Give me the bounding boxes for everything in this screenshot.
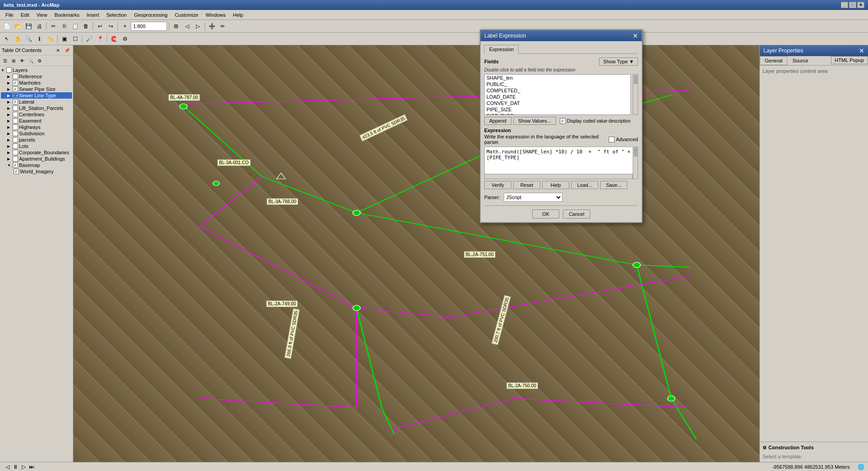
toc-search-btn[interactable]: 🔍 bbox=[27, 57, 35, 65]
easement-checkbox[interactable] bbox=[13, 118, 18, 124]
toc-options-btn[interactable]: ⚙ bbox=[35, 57, 43, 65]
toc-list-btn[interactable]: ☰ bbox=[1, 57, 9, 65]
help-button[interactable]: Help bbox=[542, 181, 569, 189]
toc-sewer-line-layer[interactable]: ▶ ✓ Sewer Line Type bbox=[1, 92, 72, 99]
close-button[interactable]: ✕ bbox=[857, 2, 864, 8]
toc-visible-btn[interactable]: 👁 bbox=[18, 57, 26, 65]
toc-sewer-pipe-layer[interactable]: ▶ Sewer Pipe Size bbox=[1, 86, 72, 92]
append-button[interactable]: Append bbox=[484, 117, 511, 125]
field-shape-len[interactable]: SHAPE_len bbox=[485, 75, 630, 81]
dialog-close-btn[interactable]: ✕ bbox=[633, 32, 638, 39]
menu-view[interactable]: View bbox=[33, 11, 51, 19]
print-btn[interactable]: 🖨 bbox=[34, 21, 44, 31]
toc-source-btn[interactable]: ⊞ bbox=[10, 57, 18, 65]
verify-button[interactable]: Verify bbox=[484, 181, 511, 189]
toc-centerlines-layer[interactable]: ▶ Centerlines bbox=[1, 111, 72, 118]
snapping-btn[interactable]: 🧲 bbox=[109, 34, 119, 44]
measure-btn[interactable]: 📏 bbox=[45, 34, 55, 44]
advanced-checkbox[interactable] bbox=[609, 137, 615, 143]
goto-btn[interactable]: 📍 bbox=[95, 34, 105, 44]
corporate-checkbox[interactable] bbox=[13, 150, 18, 155]
toc-highways-layer[interactable]: ▶ Highways bbox=[1, 124, 72, 130]
snap-settings-btn[interactable]: ⚙ bbox=[120, 34, 130, 44]
menu-help[interactable]: Help bbox=[229, 11, 247, 19]
tab-expression[interactable]: Expression bbox=[484, 45, 519, 54]
load-button[interactable]: Load... bbox=[571, 181, 598, 189]
status-back[interactable]: ◁ bbox=[4, 463, 11, 471]
apartments-checkbox[interactable] bbox=[13, 156, 18, 162]
show-type-button[interactable]: Show Type ▼ bbox=[599, 57, 638, 66]
tab-source[interactable]: Source bbox=[787, 56, 813, 65]
layer-props-close[interactable]: ✕ bbox=[859, 47, 864, 54]
copy-btn[interactable]: ⎘ bbox=[59, 21, 69, 31]
field-pipe-type[interactable]: PIPE_TYPE bbox=[485, 113, 630, 115]
prev-extent-btn[interactable]: ◁ bbox=[182, 21, 192, 31]
world-imagery-checkbox[interactable] bbox=[14, 169, 19, 174]
menu-file[interactable]: File bbox=[2, 11, 17, 19]
map-area[interactable]: BL-4A-787.00 BL-3A-001.CO BL-3A-766.00 B… bbox=[73, 45, 759, 462]
toc-lift-station-layer[interactable]: ▶ Lift_Station_Parcels bbox=[1, 105, 72, 111]
field-completed[interactable]: COMPLETED_ bbox=[485, 87, 630, 94]
menu-selection[interactable]: Selection bbox=[103, 11, 130, 19]
display-coded-checkbox[interactable] bbox=[560, 118, 566, 124]
cancel-button[interactable]: Cancel bbox=[563, 209, 590, 219]
status-pause[interactable]: ⏸ bbox=[12, 463, 19, 471]
field-load-date[interactable]: LOAD_DATE bbox=[485, 94, 630, 100]
ok-button[interactable]: OK bbox=[532, 209, 559, 219]
menu-customize[interactable]: Customize bbox=[171, 11, 202, 19]
cut-btn[interactable]: ✂ bbox=[48, 21, 58, 31]
sewer-pipe-checkbox[interactable] bbox=[13, 86, 18, 92]
expr-scrollbar[interactable] bbox=[633, 147, 638, 179]
reset-button[interactable]: Reset bbox=[513, 181, 540, 189]
sewer-line-checkbox[interactable]: ✓ bbox=[13, 93, 18, 98]
html-popup-button[interactable]: HTML Popup bbox=[831, 56, 868, 64]
clear-sel-btn[interactable]: ☐ bbox=[70, 34, 80, 44]
globe-icon[interactable]: 🌐 bbox=[857, 463, 864, 471]
toc-layers-group[interactable]: ▼ Layers bbox=[1, 67, 72, 73]
toc-reference-layer[interactable]: ▶ Reference bbox=[1, 73, 72, 80]
save-button[interactable]: Save... bbox=[600, 181, 627, 189]
lift-checkbox[interactable] bbox=[13, 105, 18, 111]
toc-pin-btn[interactable]: 📌 bbox=[63, 46, 71, 54]
toc-apartments-layer[interactable]: ▶ Apartment_Buildings bbox=[1, 156, 72, 162]
toc-lots-layer[interactable]: ▶ Lots bbox=[1, 143, 72, 149]
menu-geoprocessing[interactable]: Geoprocessing bbox=[130, 11, 171, 19]
toc-easement-layer[interactable]: ▶ Easement bbox=[1, 118, 72, 124]
select-btn[interactable]: ↖ bbox=[2, 34, 12, 44]
menu-edit[interactable]: Edit bbox=[17, 11, 33, 19]
menu-insert[interactable]: Insert bbox=[83, 11, 103, 19]
maximize-button[interactable]: □ bbox=[849, 2, 856, 8]
toc-basemap-group[interactable]: ▼ Basemap bbox=[1, 162, 72, 168]
menu-windows[interactable]: Windows bbox=[202, 11, 229, 19]
next-extent-btn[interactable]: ▷ bbox=[193, 21, 203, 31]
fields-scrollbar[interactable] bbox=[633, 74, 638, 115]
field-public[interactable]: PUBLIC_ bbox=[485, 81, 630, 87]
zoom-map-btn[interactable]: 🔍 bbox=[24, 34, 33, 44]
save-btn[interactable]: 💾 bbox=[24, 21, 33, 31]
paste-btn[interactable]: 📋 bbox=[70, 21, 80, 31]
undo-btn[interactable]: ↩ bbox=[95, 21, 105, 31]
select-features-btn[interactable]: ▣ bbox=[59, 34, 69, 44]
subdivision-checkbox[interactable] bbox=[13, 131, 18, 136]
toc-close-btn[interactable]: ✕ bbox=[54, 46, 62, 54]
fields-list[interactable]: SHAPE_len PUBLIC_ COMPLETED_ LOAD_DATE C… bbox=[484, 74, 631, 115]
show-values-button[interactable]: Show Values... bbox=[513, 117, 556, 125]
toc-subdivision-layer[interactable]: ▶ Subdivision bbox=[1, 130, 72, 137]
toc-lateral-layer[interactable]: ▶ Lateral bbox=[1, 99, 72, 105]
open-btn[interactable]: 📂 bbox=[13, 21, 23, 31]
find-btn[interactable]: 🔎 bbox=[84, 34, 94, 44]
highways-checkbox[interactable] bbox=[13, 124, 18, 130]
lateral-checkbox[interactable] bbox=[13, 99, 18, 105]
status-forward[interactable]: ▷ bbox=[20, 463, 27, 471]
lots-checkbox[interactable] bbox=[13, 143, 18, 149]
add-data-btn[interactable]: ➕ bbox=[207, 21, 217, 31]
new-btn[interactable]: 📄 bbox=[2, 21, 12, 31]
field-convey-dat[interactable]: CONVEY_DAT bbox=[485, 100, 630, 106]
menu-bookmarks[interactable]: Bookmarks bbox=[51, 11, 83, 19]
expr-hscrollbar[interactable] bbox=[484, 174, 633, 179]
centerlines-checkbox[interactable] bbox=[13, 112, 18, 117]
field-pipe-size[interactable]: PIPE_SIZE bbox=[485, 106, 630, 113]
parser-select[interactable]: JScript VBScript Python bbox=[504, 193, 563, 202]
delete-btn[interactable]: 🗑 bbox=[81, 21, 91, 31]
tab-general[interactable]: General bbox=[760, 56, 787, 65]
